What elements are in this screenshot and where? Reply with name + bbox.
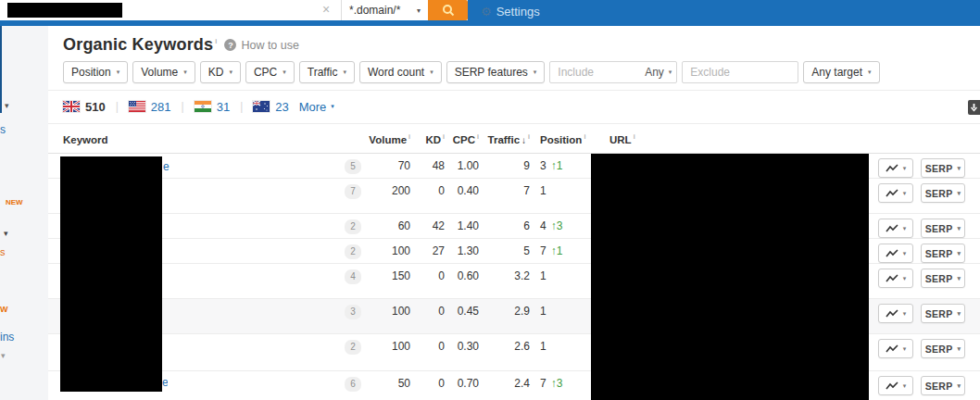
column-header-keyword[interactable]: Keyword [63, 134, 108, 145]
filter-traffic-button[interactable]: Traffic▾ [299, 61, 355, 83]
chevron-down-icon: ▾ [957, 310, 961, 318]
chevron-down-icon[interactable]: ▾ [4, 229, 8, 238]
keyword-group-badge[interactable]: 2 [345, 340, 361, 355]
sidebar-scrollbar[interactable] [0, 26, 2, 113]
position-history-chart-button[interactable]: ▾ [878, 158, 913, 178]
chevron-down-icon: ▾ [903, 190, 907, 197]
volume-value: 50 [366, 377, 410, 390]
sidebar-item-fragment[interactable]: s [0, 246, 6, 257]
keyword-group-badge[interactable]: 3 [345, 305, 361, 319]
include-filter: Any▾ [549, 61, 677, 83]
chevron-down-icon[interactable]: ▾ [1, 351, 6, 360]
keyword-link-fragment[interactable]: e [163, 160, 170, 173]
chevron-down-icon: ▾ [957, 225, 961, 232]
export-arrow-glyph [971, 104, 977, 112]
country-count: 23 [275, 100, 288, 114]
position-history-chart-button[interactable]: ▾ [878, 183, 913, 203]
country-tab-us[interactable]: 281 [129, 100, 171, 114]
settings-button[interactable]: ⚙ Settings [481, 0, 540, 22]
chevron-down-icon: ▾ [957, 275, 961, 282]
volume-value: 70 [366, 159, 410, 172]
position-history-chart-button[interactable]: ▾ [878, 376, 913, 395]
clear-search-icon[interactable]: × [322, 2, 330, 17]
serp-button[interactable]: SERP▾ [921, 304, 965, 323]
serp-button[interactable]: SERP▾ [921, 339, 965, 358]
serp-button[interactable]: SERP▾ [921, 183, 965, 203]
search-icon [442, 4, 455, 17]
keyword-group-badge[interactable]: 2 [345, 244, 361, 259]
traffic-value: 7 [482, 184, 530, 197]
cpc-value: 0.70 [451, 377, 479, 390]
search-button[interactable] [428, 0, 468, 20]
sort-descending-icon: ↓ [521, 135, 526, 145]
filter-kd-button[interactable]: KD▾ [200, 61, 241, 83]
serp-button[interactable]: SERP▾ [921, 219, 965, 238]
target-search-bar[interactable]: × *.domain/* ▾ [0, 0, 468, 20]
chevron-down-icon[interactable]: ▾ [5, 101, 9, 110]
position-history-chart-button[interactable]: ▾ [878, 269, 913, 288]
filter-serp-features-button[interactable]: SERP features▾ [446, 61, 546, 83]
position-history-chart-button[interactable]: ▾ [878, 304, 913, 323]
serp-button[interactable]: SERP▾ [921, 269, 965, 288]
divider: | [240, 100, 243, 113]
cpc-value: 0.60 [451, 269, 479, 282]
chevron-down-icon: ▾ [903, 165, 907, 172]
filter-cpc-button[interactable]: CPC▾ [245, 61, 295, 83]
filter-word-count-button[interactable]: Word count▾ [359, 61, 442, 83]
new-badge: NEW [6, 198, 23, 206]
info-superscript: i [215, 38, 217, 44]
keyword-group-badge[interactable]: 7 [345, 184, 361, 199]
include-mode-dropdown[interactable]: Any▾ [645, 61, 672, 83]
keyword-link-fragment[interactable]: e [162, 376, 168, 389]
more-countries-button[interactable]: More▾ [299, 100, 334, 114]
sparkline-icon [886, 189, 898, 198]
country-tab-in[interactable]: 31 [195, 100, 230, 114]
page-title: Organic Keywordsi [63, 35, 217, 55]
redaction-box-search-query [7, 3, 122, 18]
position-history-chart-button[interactable]: ▾ [878, 244, 913, 263]
exclude-filter [682, 61, 798, 83]
column-header-traffic[interactable]: Traffic↓i [454, 133, 530, 145]
us-flag-icon [129, 101, 145, 112]
sparkline-icon [886, 274, 898, 283]
any-target-button[interactable]: Any target▾ [803, 61, 879, 83]
help-icon: ? [224, 39, 236, 51]
chevron-down-icon: ▾ [331, 103, 334, 110]
column-header-url[interactable]: URLi [609, 133, 635, 145]
sparkline-icon [886, 164, 898, 173]
sidebar-item-fragment[interactable]: ins [0, 331, 14, 344]
position-history-chart-button[interactable]: ▾ [878, 219, 913, 238]
australia-flag-icon [253, 101, 270, 112]
report-header: Organic Keywordsi ? How to use [63, 35, 299, 55]
country-tab-au[interactable]: 23 [253, 100, 288, 114]
how-to-use-link[interactable]: ? How to use [224, 39, 299, 52]
settings-label: Settings [496, 5, 540, 19]
filter-volume-button[interactable]: Volume▾ [132, 61, 195, 83]
keyword-group-badge[interactable]: 4 [345, 269, 361, 284]
position-change: ↑3 [551, 219, 563, 232]
serp-button[interactable]: SERP▾ [921, 158, 965, 178]
position-history-chart-button[interactable]: ▾ [878, 339, 913, 358]
search-scope-dropdown[interactable]: *.domain/* ▾ [341, 0, 428, 20]
serp-button[interactable]: SERP▾ [921, 376, 965, 395]
chevron-down-icon: ▾ [903, 225, 907, 232]
keyword-group-badge[interactable]: 2 [345, 219, 361, 234]
sparkline-icon [886, 309, 898, 319]
traffic-value: 2.4 [482, 377, 530, 390]
country-tab-uk[interactable]: 510 [63, 100, 106, 114]
export-icon[interactable] [968, 100, 980, 115]
chevron-down-icon: ▾ [957, 190, 961, 197]
divider: | [116, 100, 119, 113]
sidebar-item-fragment[interactable]: s [0, 123, 6, 136]
info-superscript: i [528, 133, 530, 140]
column-header-position[interactable]: Positioni [540, 133, 585, 145]
kd-value: 0 [417, 269, 445, 282]
kd-value: 42 [417, 219, 445, 232]
exclude-input[interactable] [682, 61, 798, 83]
redaction-box-urls [591, 154, 869, 400]
keyword-group-badge[interactable]: 5 [345, 159, 361, 174]
keyword-group-badge[interactable]: 6 [345, 377, 361, 392]
serp-button[interactable]: SERP▾ [921, 244, 965, 263]
traffic-value: 2.6 [482, 340, 530, 353]
filter-position-button[interactable]: Position▾ [63, 61, 128, 83]
